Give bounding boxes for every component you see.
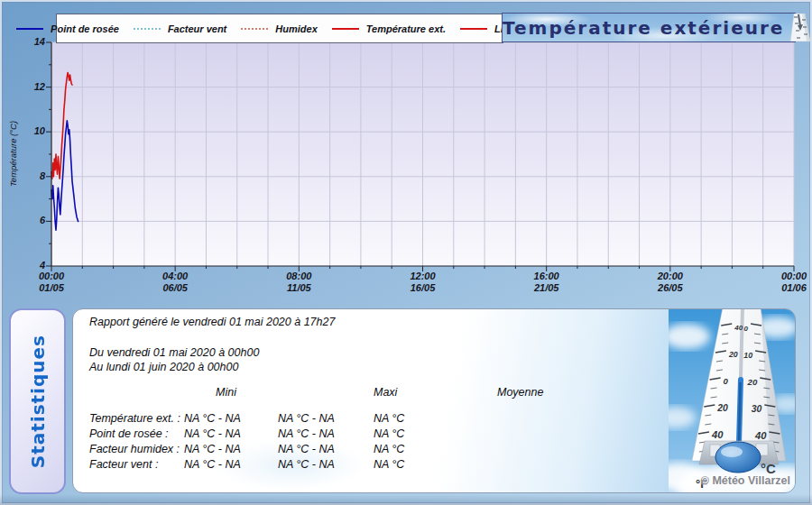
legend-item-label: Facteur vent: [168, 23, 226, 34]
column-header-mini: Mini: [216, 386, 236, 399]
table-cell-moyenne: NA °C: [374, 443, 404, 455]
table-cell-label: Point de rosée :: [89, 427, 169, 440]
svg-text:40: 40: [711, 429, 724, 440]
statistics-tab-label: Statistiques: [27, 335, 49, 468]
table-cell-maxi: NA °C - NA: [278, 427, 335, 440]
weather-report-window: Température (°C) 46810121400:0001/0504:0…: [0, 0, 812, 505]
chart-title-bar: Température extérieure: [502, 13, 796, 42]
chart-legend: Point de roséeFacteur ventHumidexTempéra…: [56, 14, 503, 43]
thermometer-photo: 400201002020304040°C°F © Météo Villarzel: [669, 309, 795, 492]
table-cell-mini: NA °C - NA: [184, 412, 241, 425]
legend-line-sample-icon: [16, 28, 43, 30]
legend-item: Température ext.: [332, 23, 446, 34]
window-bottom-edge: [0, 494, 812, 505]
period-from-line: Du vendredi 01 mai 2020 à 00h00: [89, 346, 259, 359]
statistics-panel: Rapport généré le vendredi 01 mai 2020 à…: [72, 308, 796, 493]
period-to-line: Au lundi 01 juin 2020 à 00h00: [89, 361, 238, 373]
table-cell-moyenne: NA °C: [374, 412, 404, 425]
table-cell-mini: NA °C - NA: [184, 458, 241, 471]
report-generated-line: Rapport généré le vendredi 01 mai 2020 à…: [89, 316, 335, 328]
table-cell-mini: NA °C - NA: [184, 427, 241, 440]
copyright: © Météo Villarzel: [701, 474, 790, 487]
table-cell-mini: NA °C - NA: [184, 443, 241, 455]
table-cell-label: Température ext. :: [89, 412, 180, 425]
svg-text:20: 20: [728, 350, 738, 359]
legend-item: Point de rosée: [16, 23, 119, 34]
svg-text:40: 40: [754, 430, 767, 441]
legend-item-label: Température ext.: [366, 23, 446, 34]
svg-text:20: 20: [716, 403, 728, 413]
legend-item: Facteur vent: [134, 23, 226, 34]
table-cell-moyenne: NA °C: [374, 427, 404, 440]
page-title: Température extérieure: [503, 17, 784, 39]
svg-text:30: 30: [752, 404, 762, 414]
svg-text:40: 40: [734, 324, 743, 332]
table-cell-maxi: NA °C - NA: [278, 412, 335, 425]
legend-line-sample-icon: [460, 28, 487, 30]
column-header-maxi: Maxi: [374, 386, 397, 399]
legend-item-label: Point de rosée: [51, 23, 119, 34]
legend-item: Humidex: [241, 23, 317, 34]
svg-text:10: 10: [743, 351, 752, 360]
legend-line-sample-icon: [134, 28, 161, 30]
legend-item-label: Humidex: [275, 23, 317, 34]
table-cell-moyenne: NA °C: [374, 458, 404, 471]
thermometer-icon: [784, 14, 812, 41]
statistics-tab: Statistiques: [9, 308, 66, 494]
table-cell-label: Facteur humidex :: [89, 443, 180, 455]
table-cell-maxi: NA °C - NA: [278, 458, 335, 471]
column-header-moyenne: Moyenne: [497, 386, 543, 399]
legend-line-sample-icon: [241, 28, 268, 30]
table-cell-label: Facteur vent :: [89, 458, 158, 471]
svg-text:20: 20: [747, 377, 758, 387]
svg-text:0: 0: [744, 325, 749, 333]
table-cell-maxi: NA °C - NA: [278, 443, 335, 455]
temperature-chart: [0, 0, 812, 298]
svg-text:0: 0: [724, 376, 729, 386]
legend-line-sample-icon: [332, 28, 359, 30]
